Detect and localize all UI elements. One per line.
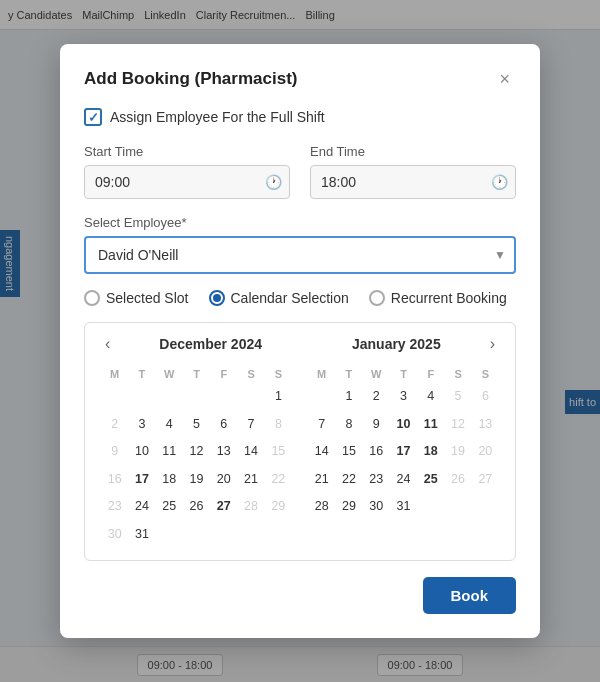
dec-day-17[interactable]: 17	[128, 466, 155, 494]
jan-header-f: F	[417, 365, 444, 383]
booking-type-radio-group: Selected Slot Calendar Selection Recurre…	[84, 290, 516, 306]
modal-header: Add Booking (Pharmacist) ×	[84, 68, 516, 90]
dec-day-21[interactable]: 21	[237, 466, 264, 494]
jan-day-31[interactable]: 31	[390, 493, 417, 521]
jan-day-12: 12	[444, 411, 471, 439]
jan-day-17[interactable]: 17	[390, 438, 417, 466]
radio-selected-slot-label: Selected Slot	[106, 290, 189, 306]
jan-header-s2: S	[472, 365, 499, 383]
radio-calendar-selection-circle	[209, 290, 225, 306]
dec-day-5[interactable]: 5	[183, 411, 210, 439]
dec-day-25[interactable]: 25	[156, 493, 183, 521]
december-day-headers: M T W T F S S 1 2	[101, 365, 292, 548]
dec-day-22: 22	[265, 466, 292, 494]
dec-day-6[interactable]: 6	[210, 411, 237, 439]
dec-header-s1: S	[237, 365, 264, 383]
jan-header-s1: S	[444, 365, 471, 383]
calendar-december-2024: M T W T F S S 1 2	[101, 365, 292, 548]
jan-day-2[interactable]: 2	[363, 383, 390, 411]
radio-recurrent-booking-circle	[369, 290, 385, 306]
jan-day-30[interactable]: 30	[363, 493, 390, 521]
calendar-month-1-title: December 2024	[159, 336, 262, 352]
jan-day-29[interactable]: 29	[335, 493, 362, 521]
start-time-input-wrap: 🕐	[84, 165, 290, 199]
jan-day-16[interactable]: 16	[363, 438, 390, 466]
dec-day-23: 23	[101, 493, 128, 521]
dec-day-14[interactable]: 14	[237, 438, 264, 466]
end-time-field: End Time 🕐	[310, 144, 516, 199]
jan-day-3[interactable]: 3	[390, 383, 417, 411]
assign-employee-checkbox-row[interactable]: Assign Employee For the Full Shift	[84, 108, 516, 126]
dec-day-empty-5	[210, 383, 237, 411]
dec-day-10[interactable]: 10	[128, 438, 155, 466]
dec-day-empty-2	[128, 383, 155, 411]
jan-day-1[interactable]: 1	[335, 383, 362, 411]
dec-header-f: F	[210, 365, 237, 383]
jan-day-6: 6	[472, 383, 499, 411]
employee-section: Select Employee* David O'Neill ▼	[84, 215, 516, 274]
dec-day-9: 9	[101, 438, 128, 466]
dec-day-29: 29	[265, 493, 292, 521]
jan-day-10[interactable]: 10	[390, 411, 417, 439]
employee-select[interactable]: David O'Neill	[84, 236, 516, 274]
assign-employee-checkbox[interactable]	[84, 108, 102, 126]
dec-day-empty-4	[183, 383, 210, 411]
jan-day-26: 26	[444, 466, 471, 494]
dec-day-3[interactable]: 3	[128, 411, 155, 439]
book-button[interactable]: Book	[423, 577, 517, 614]
jan-day-7[interactable]: 7	[308, 411, 335, 439]
dec-day-31[interactable]: 31	[128, 521, 155, 549]
jan-day-18[interactable]: 18	[417, 438, 444, 466]
dec-day-7[interactable]: 7	[237, 411, 264, 439]
dec-day-20[interactable]: 20	[210, 466, 237, 494]
dec-day-empty-3	[156, 383, 183, 411]
jan-day-24[interactable]: 24	[390, 466, 417, 494]
dec-day-13[interactable]: 13	[210, 438, 237, 466]
dec-day-1[interactable]: 1	[265, 383, 292, 411]
dec-day-15: 15	[265, 438, 292, 466]
jan-day-28[interactable]: 28	[308, 493, 335, 521]
radio-calendar-selection-label: Calendar Selection	[231, 290, 349, 306]
jan-header-w: W	[363, 365, 390, 383]
end-time-input[interactable]	[310, 165, 516, 199]
jan-day-23[interactable]: 23	[363, 466, 390, 494]
jan-day-21[interactable]: 21	[308, 466, 335, 494]
jan-day-9[interactable]: 9	[363, 411, 390, 439]
jan-day-22[interactable]: 22	[335, 466, 362, 494]
dec-day-27[interactable]: 27	[210, 493, 237, 521]
dec-day-18[interactable]: 18	[156, 466, 183, 494]
employee-label: Select Employee*	[84, 215, 516, 230]
jan-day-13: 13	[472, 411, 499, 439]
calendar-prev-button[interactable]: ‹	[101, 335, 114, 353]
radio-selected-slot-circle	[84, 290, 100, 306]
radio-calendar-selection[interactable]: Calendar Selection	[209, 290, 349, 306]
modal-backdrop: Add Booking (Pharmacist) × Assign Employ…	[0, 0, 600, 682]
dec-day-26[interactable]: 26	[183, 493, 210, 521]
dec-day-4[interactable]: 4	[156, 411, 183, 439]
radio-recurrent-booking[interactable]: Recurrent Booking	[369, 290, 507, 306]
dec-day-24[interactable]: 24	[128, 493, 155, 521]
assign-employee-label: Assign Employee For the Full Shift	[110, 109, 325, 125]
calendar-navigation: ‹ December 2024 January 2025 ›	[101, 335, 499, 353]
radio-selected-slot[interactable]: Selected Slot	[84, 290, 189, 306]
calendar-next-button[interactable]: ›	[486, 335, 499, 353]
dec-day-11[interactable]: 11	[156, 438, 183, 466]
dec-header-t2: T	[183, 365, 210, 383]
dec-day-19[interactable]: 19	[183, 466, 210, 494]
jan-day-14[interactable]: 14	[308, 438, 335, 466]
jan-day-15[interactable]: 15	[335, 438, 362, 466]
jan-day-11[interactable]: 11	[417, 411, 444, 439]
start-time-input[interactable]	[84, 165, 290, 199]
start-time-clock-icon: 🕐	[265, 174, 282, 190]
dec-day-12[interactable]: 12	[183, 438, 210, 466]
start-time-field: Start Time 🕐	[84, 144, 290, 199]
close-button[interactable]: ×	[493, 68, 516, 90]
jan-day-25[interactable]: 25	[417, 466, 444, 494]
dec-day-8: 8	[265, 411, 292, 439]
radio-recurrent-booking-label: Recurrent Booking	[391, 290, 507, 306]
jan-day-8[interactable]: 8	[335, 411, 362, 439]
dec-day-30: 30	[101, 521, 128, 549]
dec-header-m: M	[101, 365, 128, 383]
jan-day-4[interactable]: 4	[417, 383, 444, 411]
end-time-input-wrap: 🕐	[310, 165, 516, 199]
